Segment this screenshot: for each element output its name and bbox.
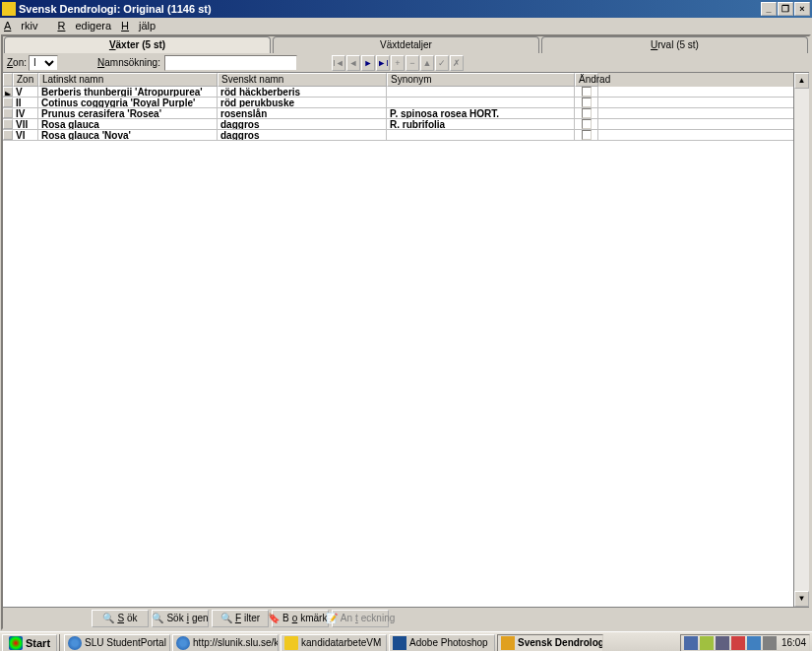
nav-last-icon[interactable]: ►I [376, 55, 390, 71]
cell-svenskt[interactable]: daggros [218, 119, 387, 129]
sok-igen-button[interactable]: 🔍Sök igen [152, 610, 209, 627]
clock[interactable]: 16:04 [781, 637, 806, 648]
menu-redigera[interactable]: Redigera [57, 20, 111, 32]
menu-arkiv[interactable]: Arkiv [4, 20, 47, 32]
scroll-track[interactable] [794, 89, 809, 591]
titlebar: Svensk Dendrologi: Original (1146 st) _ … [0, 0, 812, 18]
table-row[interactable]: IICotinus coggygria 'Royal Purple'röd pe… [3, 98, 793, 108]
cell-andrad[interactable] [575, 119, 598, 129]
cell-svenskt[interactable]: röd häckberberis [218, 87, 387, 97]
nav-edit-icon[interactable]: ▲ [420, 55, 434, 71]
dendro-icon [501, 636, 515, 650]
sok-button[interactable]: 🔍Sök [92, 610, 149, 627]
cell-synonym[interactable] [387, 130, 575, 140]
checkbox[interactable] [582, 119, 592, 129]
scroll-up-icon[interactable]: ▲ [794, 73, 809, 89]
vertical-scrollbar[interactable]: ▲ ▼ [793, 73, 809, 607]
cell-andrad[interactable] [575, 130, 598, 140]
table-row[interactable]: IVPrunus cerasifera 'Rosea'rosenslånP. s… [3, 108, 793, 119]
data-grid[interactable]: Zon Latinskt namn Svenskt namn Synonym Ä… [3, 73, 793, 607]
cell-latin[interactable]: Berberis thunbergii 'Atropurpurea' [38, 87, 218, 97]
checkbox[interactable] [582, 108, 592, 118]
col-header-svenskt[interactable]: Svenskt namn [218, 73, 387, 87]
checkbox[interactable] [582, 87, 592, 97]
cell-latin[interactable]: Prunus cerasifera 'Rosea' [38, 108, 218, 118]
cell-svenskt[interactable]: röd perukbuske [218, 98, 387, 107]
cell-andrad[interactable] [575, 108, 598, 118]
cell-synonym[interactable]: R. rubrifolia [387, 119, 575, 129]
col-header-zon[interactable]: Zon [13, 73, 38, 87]
nav-cancel-icon[interactable]: ✗ [450, 55, 464, 71]
cell-latin[interactable]: Rosa glauca 'Nova' [38, 130, 218, 140]
col-header-andrad[interactable]: Ändrad [575, 73, 598, 87]
cell-zon[interactable]: VII [13, 119, 38, 129]
system-tray[interactable]: 16:04 [680, 634, 810, 652]
filter-button[interactable]: 🔍Filter [212, 610, 269, 627]
menubar: Arkiv Redigera Hjälp [0, 18, 812, 33]
row-marker [3, 119, 13, 129]
cell-svenskt[interactable]: daggros [218, 130, 387, 140]
zon-select[interactable]: I [29, 55, 58, 71]
menu-hjalp[interactable]: Hjälp [121, 20, 156, 32]
cell-synonym[interactable] [387, 87, 575, 97]
close-button[interactable]: × [794, 2, 810, 16]
zon-label: Zon: [7, 57, 27, 68]
cell-zon[interactable]: II [13, 98, 38, 107]
tray-icon-6[interactable] [763, 636, 777, 650]
nav-first-icon[interactable]: I◄ [332, 55, 345, 71]
cell-andrad[interactable] [575, 87, 598, 97]
filter-icon: 🔍 [220, 613, 232, 624]
cell-synonym[interactable]: P. spinosa rosea HORT. [387, 108, 575, 118]
nav-prev-icon[interactable]: ◄ [346, 55, 360, 71]
table-row[interactable]: VIIRosa glaucadaggrosR. rubrifolia [3, 119, 793, 130]
cell-zon[interactable]: V [13, 87, 38, 97]
cell-latin[interactable]: Cotinus coggygria 'Royal Purple' [38, 98, 218, 107]
task-kandidat[interactable]: kandidatarbeteVM [281, 634, 387, 652]
tray-icon-4[interactable] [731, 636, 745, 650]
record-nav-toolbar: I◄ ◄ ► ►I + − ▲ ✓ ✗ [332, 55, 464, 71]
task-slunik[interactable]: http://slunik.slu.se/kursfi... [172, 634, 279, 652]
tab-vaxter[interactable]: Växter (5 st) [4, 36, 271, 53]
checkbox[interactable] [582, 98, 592, 107]
table-row[interactable]: ▶VBerberis thunbergii 'Atropurpurea'röd … [3, 87, 793, 98]
task-slu-portal[interactable]: SLU StudentPortal - Micr... [64, 634, 170, 652]
tab-vaxtdetaljer[interactable]: Växtdetaljer [273, 36, 539, 53]
cell-zon[interactable]: VI [13, 130, 38, 140]
start-button[interactable]: Start [2, 634, 57, 652]
nav-delete-icon[interactable]: − [406, 55, 419, 71]
search-again-icon: 🔍 [152, 613, 163, 624]
bookmark-icon: 🔖 [268, 613, 280, 624]
cell-latin[interactable]: Rosa glauca [38, 119, 218, 129]
nav-next-icon[interactable]: ► [361, 55, 375, 71]
tab-urval[interactable]: Urval (5 st) [541, 36, 808, 53]
grid-header-row: Zon Latinskt namn Svenskt namn Synonym Ä… [3, 73, 793, 87]
tray-icon-5[interactable] [747, 636, 761, 650]
cell-svenskt[interactable]: rosenslån [218, 108, 387, 118]
bokmarke-button[interactable]: 🔖Bokmärke [272, 610, 329, 627]
scroll-down-icon[interactable]: ▼ [794, 591, 809, 607]
restore-button[interactable]: ❐ [778, 2, 793, 16]
minimize-button[interactable]: _ [761, 2, 777, 16]
nav-add-icon[interactable]: + [391, 55, 405, 71]
search-icon: 🔍 [102, 613, 114, 624]
app-icon [2, 2, 16, 16]
anteckning-button[interactable]: 📝Anteckning [332, 610, 389, 627]
checkbox[interactable] [582, 130, 592, 140]
cell-andrad[interactable] [575, 98, 598, 107]
tray-icon-2[interactable] [700, 636, 714, 650]
task-dendrologi[interactable]: Svensk Dendrologi: O... [497, 634, 603, 652]
tray-icon-1[interactable] [684, 636, 698, 650]
task-photoshop[interactable]: Adobe Photoshop [389, 634, 495, 652]
col-header-latin[interactable]: Latinskt namn [38, 73, 218, 87]
namn-input[interactable] [164, 55, 297, 71]
folder-icon [284, 636, 298, 650]
nav-post-icon[interactable]: ✓ [435, 55, 449, 71]
cell-synonym[interactable] [387, 98, 575, 107]
cell-zon[interactable]: IV [13, 108, 38, 118]
col-header-marker[interactable] [3, 73, 13, 87]
tray-icon-3[interactable] [716, 636, 729, 650]
col-header-synonym[interactable]: Synonym [387, 73, 575, 87]
tab-row: Växter (5 st) Växtdetaljer Urval (5 st) [3, 36, 809, 53]
table-row[interactable]: VIRosa glauca 'Nova'daggros [3, 130, 793, 141]
photoshop-icon [393, 636, 406, 650]
